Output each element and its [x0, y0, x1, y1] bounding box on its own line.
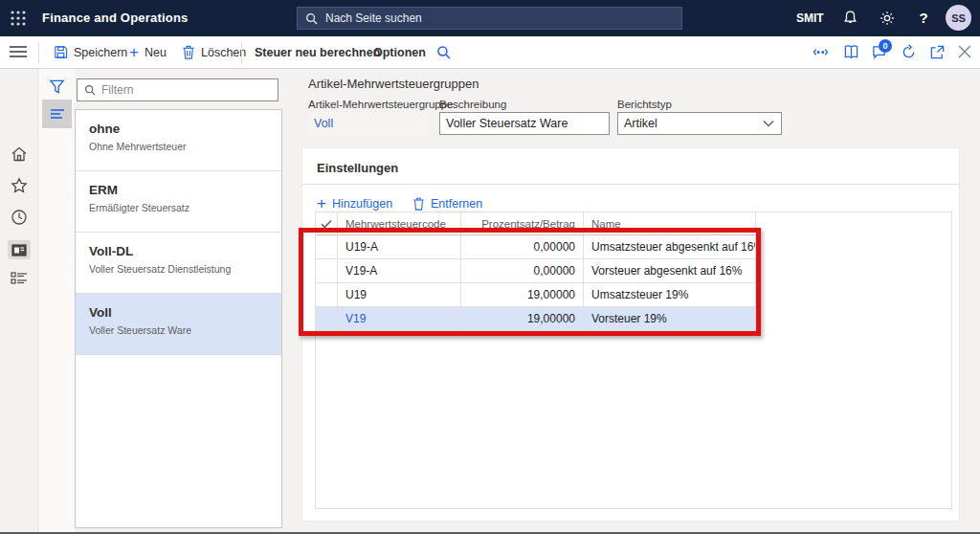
settings-grid: Mehrwertsteuercode Prozentsatz/Betrag Na…: [315, 211, 952, 509]
table-row-selected[interactable]: V19 19,00000 Vorsteuer 19%: [316, 307, 756, 331]
recalculate-tax-button[interactable]: Steuer neu berechnen: [251, 36, 384, 68]
section-title: Einstellungen: [317, 161, 398, 175]
page-search-box[interactable]: Nach Seite suchen: [297, 7, 682, 30]
favorites-star-icon[interactable]: [11, 177, 28, 194]
search-icon: [84, 84, 96, 96]
grid-header-row: Mehrwertsteuercode Prozentsatz/Betrag Na…: [316, 212, 756, 235]
hamburger-menu-icon[interactable]: [9, 44, 30, 61]
app-title[interactable]: Finance and Operations: [42, 11, 189, 25]
plus-icon: +: [317, 197, 326, 211]
record-list: ohne Ohne Mehrwertsteuer ERM Ermäßigter …: [75, 109, 282, 528]
user-name[interactable]: SMIT: [796, 11, 824, 25]
table-row[interactable]: U19 19,00000 Umsatzsteuer 19%: [316, 283, 756, 307]
attachments-icon[interactable]: [813, 44, 830, 61]
refresh-icon[interactable]: [901, 44, 918, 61]
recent-clock-icon[interactable]: [11, 209, 28, 226]
options-button[interactable]: Optionen: [369, 36, 430, 68]
chevron-down-icon: [763, 120, 774, 127]
list-item[interactable]: ohne Ohne Mehrwertsteuer: [76, 110, 281, 171]
list-view-toggle[interactable]: [42, 100, 72, 128]
list-lines-icon: [50, 108, 65, 120]
plus-icon: +: [129, 46, 139, 59]
search-icon: [305, 12, 318, 25]
trash-icon: [412, 197, 425, 211]
report-type-select[interactable]: Artikel: [617, 112, 782, 135]
divider: [302, 184, 959, 185]
notifications-bell-icon[interactable]: [842, 10, 859, 27]
report-type-field-label: Berichtstyp: [617, 99, 672, 110]
page-title: Artikel-Mehrwertsteuergruppen: [308, 77, 479, 91]
list-item[interactable]: ERM Ermäßigter Steuersatz: [76, 171, 281, 233]
group-field-label: Artikel-Mehrwertsteuergruppe: [308, 99, 453, 110]
new-button[interactable]: + Neu: [125, 36, 170, 68]
row-checkbox[interactable]: [316, 307, 338, 331]
command-bar: Speichern + Neu Löschen Steuer neu berec…: [0, 36, 980, 69]
nav-rail: [0, 69, 38, 534]
app-launcher-icon[interactable]: [10, 10, 27, 27]
save-icon: [54, 45, 68, 59]
trash-icon: [182, 45, 195, 59]
column-header-name[interactable]: Name: [584, 212, 756, 235]
list-filter-field[interactable]: [77, 78, 278, 101]
table-row[interactable]: V19-A 0,00000 Vorsteuer abgesenkt auf 16…: [316, 259, 756, 283]
description-field-label: Beschreibung: [439, 99, 506, 110]
workspaces-list-icon[interactable]: [11, 272, 28, 289]
current-form-icon[interactable]: [8, 240, 31, 259]
open-in-new-window-icon[interactable]: [929, 44, 947, 61]
settings-gear-icon[interactable]: [879, 10, 896, 27]
delete-button[interactable]: Löschen: [178, 36, 250, 68]
table-row[interactable]: U19-A 0,00000 Umsatzsteuer abgesenkt auf…: [316, 235, 756, 259]
app-window: Finance and Operations Nach Seite suchen…: [0, 0, 980, 534]
group-field-value[interactable]: Voll: [308, 112, 428, 135]
row-checkbox[interactable]: [316, 259, 338, 283]
column-header-rate[interactable]: Prozentsatz/Betrag: [461, 212, 584, 235]
select-all-checkmark-icon[interactable]: [316, 212, 338, 235]
filter-funnel-icon[interactable]: [49, 78, 65, 95]
messages-icon[interactable]: 0: [871, 44, 888, 61]
company-book-icon[interactable]: [843, 44, 860, 61]
list-item-selected[interactable]: Voll Voller Steuersatz Ware: [76, 294, 281, 355]
row-checkbox[interactable]: [316, 283, 338, 307]
help-icon[interactable]: ?: [915, 10, 932, 27]
list-item[interactable]: Voll-DL Voller Steuersatz Dienstleistung: [76, 233, 281, 294]
avatar[interactable]: SS: [946, 5, 971, 31]
divider: [241, 42, 242, 63]
close-icon[interactable]: [957, 44, 974, 61]
list-filter-input[interactable]: [101, 83, 271, 97]
save-button[interactable]: Speichern: [50, 36, 131, 68]
row-checkbox[interactable]: [316, 235, 338, 259]
command-search-icon[interactable]: [433, 36, 455, 68]
divider: [38, 42, 39, 63]
description-field[interactable]: Voller Steuersatz Ware: [439, 112, 610, 135]
home-icon[interactable]: [11, 145, 28, 163]
settings-section: Einstellungen + Hinzufügen Entfernen Meh…: [301, 147, 960, 522]
column-header-code[interactable]: Mehrwertsteuercode: [338, 212, 461, 235]
topbar: Finance and Operations Nach Seite suchen…: [0, 0, 980, 36]
list-panel-toolbar: [39, 69, 75, 534]
message-count-badge: 0: [879, 39, 892, 53]
page-search-placeholder: Nach Seite suchen: [325, 11, 422, 25]
